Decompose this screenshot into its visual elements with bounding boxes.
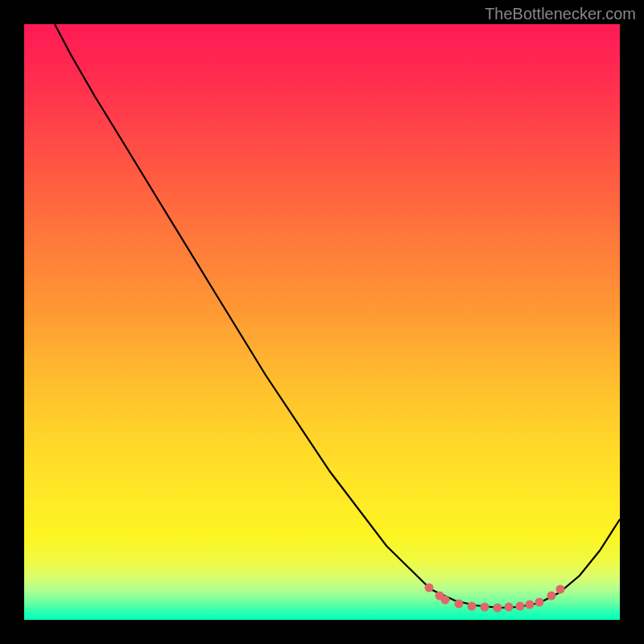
marker-dot — [505, 603, 514, 612]
marker-dot — [425, 584, 434, 592]
chart-plot-area — [24, 24, 620, 620]
marker-dot — [441, 596, 450, 605]
marker-dot — [481, 603, 489, 612]
marker-dot — [547, 592, 556, 601]
marker-dot — [455, 600, 464, 609]
marker-dot — [468, 602, 477, 611]
marker-dot — [516, 602, 525, 611]
marker-dot — [535, 598, 544, 607]
curve-markers — [24, 24, 620, 620]
marker-dot — [493, 604, 502, 613]
marker-dot — [556, 585, 565, 594]
marker-dot — [526, 601, 535, 609]
watermark-text: TheBottlenecker.com — [485, 5, 636, 23]
